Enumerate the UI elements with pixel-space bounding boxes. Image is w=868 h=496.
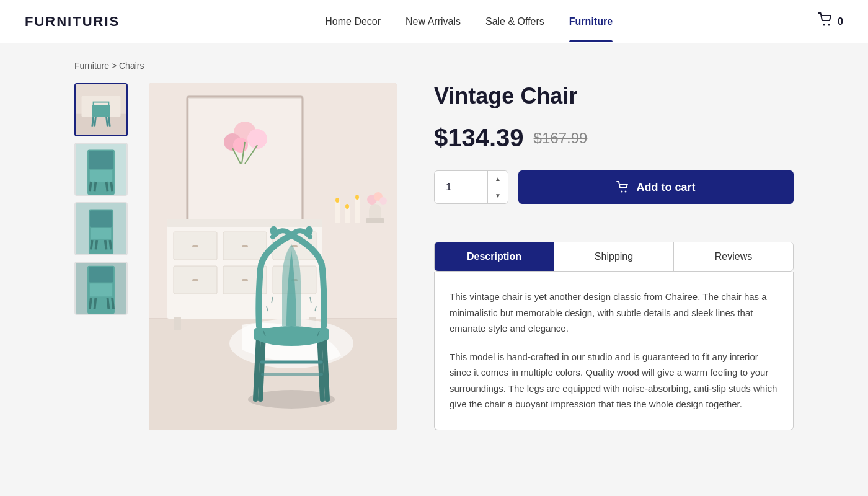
breadcrumb: Furniture > Chairs	[74, 43, 794, 83]
purchase-row: 1 ▲ ▼ Add to cart	[434, 170, 794, 204]
svg-line-25	[95, 240, 97, 249]
svg-rect-65	[345, 207, 350, 223]
cart-count: 0	[838, 16, 843, 27]
svg-rect-62	[174, 317, 181, 330]
divider	[434, 224, 794, 224]
svg-line-7	[92, 117, 94, 126]
quantity-buttons: ▲ ▼	[487, 171, 508, 203]
breadcrumb-furniture[interactable]: Furniture	[74, 61, 109, 71]
product-tabs: Description Shipping Reviews	[434, 242, 794, 272]
svg-point-68	[345, 204, 349, 209]
svg-line-32	[112, 298, 113, 309]
breadcrumb-chairs[interactable]: Chairs	[119, 61, 144, 71]
description-para-1: This vintage chair is yet another design…	[450, 289, 778, 337]
svg-point-69	[355, 195, 359, 200]
svg-rect-78	[254, 328, 329, 340]
svg-rect-30	[90, 283, 112, 296]
svg-rect-56	[192, 245, 198, 247]
add-to-cart-button[interactable]: Add to cart	[518, 170, 794, 204]
thumbnail-2[interactable]	[74, 143, 128, 196]
svg-line-33	[95, 298, 96, 309]
svg-line-31	[90, 298, 91, 309]
svg-line-24	[110, 240, 111, 249]
tab-content-description: This vintage chair is yet another design…	[434, 272, 794, 430]
svg-line-18	[107, 182, 108, 191]
svg-rect-71	[366, 218, 384, 223]
svg-point-44	[233, 138, 248, 153]
svg-rect-40	[189, 99, 301, 235]
svg-rect-49	[167, 219, 322, 227]
svg-line-9	[95, 117, 96, 126]
header: FURNITURIS Home Decor New Arrivals Sale …	[0, 0, 868, 43]
add-to-cart-label: Add to cart	[636, 181, 695, 194]
nav-new-arrivals[interactable]: New Arrivals	[405, 1, 461, 42]
cart-icon	[818, 12, 834, 31]
main-nav: Home Decor New Arrivals Sale & Offers Fu…	[325, 1, 613, 42]
svg-line-8	[108, 117, 110, 126]
tab-reviews[interactable]: Reviews	[673, 242, 793, 271]
main-product-image	[149, 83, 397, 430]
thumbnail-4[interactable]	[74, 262, 128, 315]
svg-point-79	[621, 191, 623, 193]
svg-point-80	[625, 191, 627, 193]
brand-logo[interactable]: FURNITURIS	[25, 14, 120, 30]
quantity-input[interactable]: 1 ▲ ▼	[434, 170, 508, 204]
thumbnail-1[interactable]	[74, 83, 128, 136]
quantity-value: 1	[435, 181, 487, 193]
nav-furniture[interactable]: Furniture	[569, 1, 613, 42]
svg-rect-21	[90, 210, 112, 227]
svg-rect-13	[89, 151, 113, 169]
svg-point-67	[335, 198, 339, 203]
svg-rect-14	[90, 170, 112, 182]
price-current: $134.39	[434, 124, 524, 152]
svg-rect-3	[76, 114, 126, 135]
svg-rect-64	[335, 201, 340, 223]
description-para-2: This model is hand-crafted in our studio…	[450, 349, 778, 412]
quantity-decrement[interactable]: ▼	[488, 187, 508, 203]
svg-line-17	[95, 182, 96, 191]
svg-point-1	[828, 24, 830, 25]
svg-rect-29	[89, 267, 113, 283]
svg-line-16	[111, 182, 112, 191]
svg-line-10	[107, 117, 108, 126]
tab-description[interactable]: Description	[435, 242, 554, 271]
cart-button[interactable]: 0	[818, 12, 843, 31]
nav-home-decor[interactable]: Home Decor	[325, 1, 381, 42]
nav-sale-offers[interactable]: Sale & Offers	[485, 1, 544, 42]
cart-btn-icon	[616, 181, 630, 193]
thumbnail-3[interactable]	[74, 202, 128, 255]
svg-rect-22	[91, 228, 111, 239]
product-title: Vintage Chair	[434, 83, 794, 109]
thumbnail-list	[74, 83, 130, 315]
quantity-increment[interactable]: ▲	[488, 171, 508, 187]
price-original: $167.99	[534, 130, 588, 147]
svg-rect-66	[355, 198, 360, 223]
product-info: Vintage Chair $134.39 $167.99 1 ▲ ▼	[415, 83, 794, 430]
tab-shipping[interactable]: Shipping	[554, 242, 673, 271]
svg-rect-59	[192, 279, 198, 281]
svg-rect-57	[242, 245, 248, 247]
svg-point-0	[823, 24, 825, 25]
breadcrumb-separator: >	[112, 61, 119, 71]
svg-line-15	[90, 182, 91, 191]
svg-rect-60	[242, 279, 248, 281]
svg-line-23	[91, 240, 92, 249]
svg-point-74	[379, 197, 387, 205]
svg-line-34	[107, 298, 108, 309]
svg-line-26	[105, 240, 107, 249]
price-row: $134.39 $167.99	[434, 124, 794, 152]
product-area: Vintage Chair $134.39 $167.99 1 ▲ ▼	[74, 83, 794, 430]
